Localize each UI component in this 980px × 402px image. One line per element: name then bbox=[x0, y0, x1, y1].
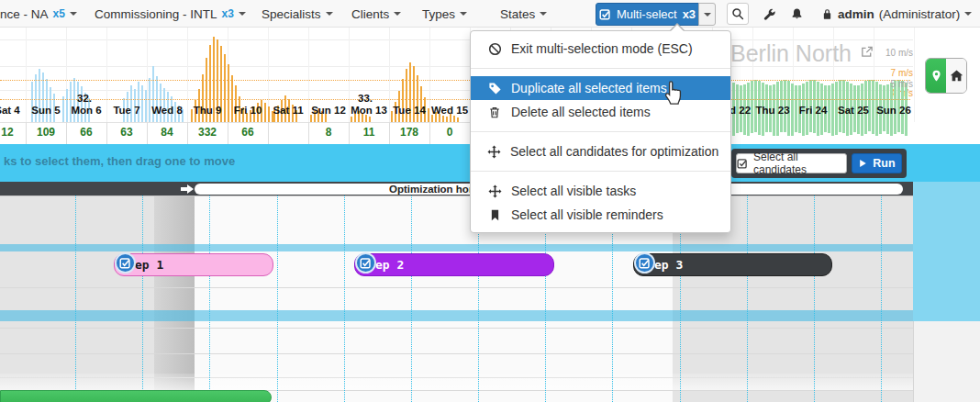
hint-text: ks to select them, then drag one to move bbox=[4, 154, 235, 168]
day-label: Sun 12 bbox=[308, 105, 349, 116]
map-button-group bbox=[925, 58, 967, 94]
day-label: Sat 25 bbox=[833, 105, 874, 116]
search-button[interactable] bbox=[727, 3, 749, 25]
task-bar-green[interactable] bbox=[0, 390, 272, 402]
histogram-bar bbox=[81, 86, 83, 122]
histogram-bar bbox=[77, 82, 79, 122]
week-number-label: 33. bbox=[358, 93, 373, 104]
histogram-bar bbox=[268, 106, 270, 122]
menu-item-select-candidates[interactable]: Select all candidates for optimization bbox=[471, 140, 730, 163]
nav-menu-resources-na[interactable]: nce - NA x5 bbox=[0, 0, 77, 28]
arrow-right-icon bbox=[181, 184, 194, 195]
menu-item-duplicate-selected[interactable]: Duplicate all selected items bbox=[471, 76, 730, 100]
histogram-bar bbox=[250, 110, 251, 122]
day-gridline bbox=[914, 28, 915, 122]
bookmark-icon bbox=[487, 208, 502, 222]
task-bar-2[interactable]: ep 2 bbox=[354, 253, 554, 276]
count-cell-separator bbox=[147, 122, 148, 144]
nav-label: States bbox=[500, 7, 535, 21]
wind-bar bbox=[802, 84, 805, 136]
histogram-bar bbox=[66, 89, 68, 122]
settings-wrench-button[interactable] bbox=[763, 7, 776, 21]
menu-item-label: Select all visible reminders bbox=[511, 207, 663, 222]
histogram-bar bbox=[130, 85, 132, 122]
histogram-bar bbox=[195, 100, 196, 122]
histogram-bar bbox=[295, 110, 297, 122]
menu-divider bbox=[471, 131, 730, 132]
menu-item-delete-selected[interactable]: Delete all selected items bbox=[471, 100, 730, 124]
task-bar-3[interactable]: ep 3 bbox=[633, 253, 832, 276]
multi-select-caret-button[interactable] bbox=[698, 3, 716, 26]
wrench-icon bbox=[763, 7, 776, 21]
wind-threshold-line bbox=[0, 80, 910, 81]
menu-item-select-visible-tasks[interactable]: Select all visible tasks bbox=[471, 179, 730, 203]
menu-item-select-visible-reminders[interactable]: Select all visible reminders bbox=[471, 203, 730, 227]
day-count: 178 bbox=[389, 126, 429, 139]
wind-bar bbox=[839, 80, 841, 131]
nav-menu-specialists[interactable]: Specialists bbox=[262, 0, 333, 28]
day-label: Sat 4 bbox=[0, 105, 28, 116]
task-selected-badge[interactable] bbox=[355, 252, 376, 274]
wind-bar bbox=[769, 85, 772, 132]
grid-row-gradient bbox=[0, 374, 913, 390]
multi-select-count: x3 bbox=[683, 7, 696, 21]
counts-row-border bbox=[0, 122, 470, 123]
day-count: 12 bbox=[0, 126, 28, 139]
nav-menu-clients[interactable]: Clients bbox=[351, 0, 401, 28]
histogram-bar bbox=[163, 88, 165, 122]
histogram-bar bbox=[239, 96, 240, 122]
task-selected-badge[interactable] bbox=[115, 252, 136, 274]
ban-icon bbox=[487, 42, 502, 56]
user-name: admin bbox=[838, 7, 874, 21]
home-button[interactable] bbox=[946, 59, 966, 93]
histogram-bar bbox=[62, 96, 64, 122]
day-gridline bbox=[389, 28, 390, 122]
histogram-bar bbox=[171, 96, 173, 122]
tag-icon bbox=[487, 82, 502, 95]
wind-bar bbox=[828, 85, 830, 133]
wind-threshold-line bbox=[0, 99, 910, 100]
wind-threshold-label: 4 m/s bbox=[867, 88, 913, 98]
task-bar-1[interactable]: ep 1 bbox=[114, 253, 273, 276]
chevron-down-icon bbox=[460, 12, 467, 16]
selection-band bbox=[0, 310, 913, 321]
wind-bar bbox=[798, 85, 801, 133]
task-label: ep 3 bbox=[654, 258, 683, 272]
histogram-bar bbox=[53, 94, 55, 122]
chevron-down-icon bbox=[704, 13, 711, 17]
day-label: Sun 5 bbox=[26, 105, 66, 116]
notifications-button[interactable] bbox=[790, 7, 804, 21]
task-selected-badge[interactable] bbox=[634, 252, 655, 274]
histogram-bar bbox=[277, 106, 279, 122]
day-count: 66 bbox=[66, 126, 106, 139]
day-label: Wed 15 bbox=[429, 105, 470, 116]
histogram-bar bbox=[435, 112, 437, 122]
nav-menu-commissioning-intl[interactable]: Commissioning - INTL x3 bbox=[95, 0, 246, 28]
wind-bar bbox=[857, 85, 860, 134]
menu-item-exit-multiselect[interactable]: Exit multi-selection mode (ESC) bbox=[471, 37, 730, 61]
nav-menu-types[interactable]: Types bbox=[422, 0, 467, 28]
histogram-bar bbox=[220, 46, 222, 122]
histogram-bar bbox=[398, 91, 400, 122]
day-gridline bbox=[308, 28, 309, 122]
histogram-bar bbox=[138, 82, 139, 122]
nav-menu-states[interactable]: States bbox=[500, 0, 547, 28]
user-menu[interactable]: admin (Administrator) bbox=[821, 0, 972, 28]
grid-line bbox=[0, 287, 913, 288]
select-all-candidates-button[interactable]: Select all candidates bbox=[736, 153, 847, 173]
count-cell-separator bbox=[187, 122, 188, 144]
histogram-bar bbox=[428, 108, 429, 122]
histogram-bar bbox=[123, 98, 125, 122]
run-label: Run bbox=[873, 157, 895, 170]
move-icon bbox=[487, 184, 502, 198]
count-cell-separator bbox=[308, 122, 309, 144]
histogram-bar bbox=[235, 85, 237, 122]
histogram-bar bbox=[264, 103, 266, 122]
map-pin-button[interactable] bbox=[926, 59, 946, 93]
menu-item-label: Select all visible tasks bbox=[511, 184, 636, 198]
task-label: ep 1 bbox=[135, 258, 163, 272]
histogram-bar bbox=[292, 105, 294, 122]
right-panel-gray bbox=[913, 321, 980, 402]
run-button[interactable]: Run bbox=[852, 153, 902, 173]
histogram-bar bbox=[450, 114, 451, 122]
